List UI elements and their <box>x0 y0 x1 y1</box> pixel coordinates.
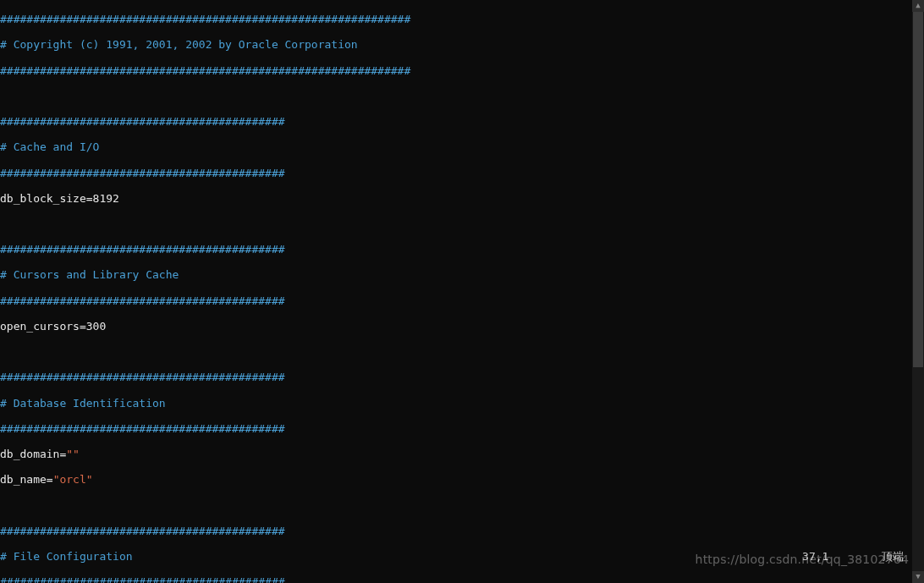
scroll-track[interactable] <box>912 12 924 571</box>
hash-line: ########################################… <box>0 64 410 77</box>
vertical-scrollbar[interactable]: ▲ ▼ <box>912 0 924 583</box>
section-title-cache: # Cache and I/O <box>0 140 99 153</box>
hash-line: ########################################… <box>0 525 285 537</box>
section-title-cursors: # Cursors and Library Cache <box>0 268 179 281</box>
scroll-up-button[interactable]: ▲ <box>912 0 924 12</box>
hash-line: ########################################… <box>0 115 285 128</box>
vim-status-position: 37,1 顶端 <box>802 550 904 563</box>
hash-line: ########################################… <box>0 243 285 256</box>
param-db-block-size: db_block_size <box>0 192 86 205</box>
scroll-down-button[interactable]: ▼ <box>912 571 924 583</box>
hash-line: ########################################… <box>0 422 285 435</box>
param-db-name: db_name <box>0 473 47 486</box>
hash-line: ########################################… <box>0 371 285 383</box>
hash-line: ########################################… <box>0 167 285 179</box>
hash-line: ########################################… <box>0 13 410 25</box>
copyright-line: # Copyright (c) 1991, 2001, 2002 by Orac… <box>0 38 358 51</box>
terminal-editor[interactable]: ########################################… <box>0 0 912 583</box>
param-open-cursors: open_cursors <box>0 320 80 333</box>
hash-line: ########################################… <box>0 294 285 307</box>
section-title-filecfg: # File Configuration <box>0 550 133 563</box>
scroll-thumb[interactable] <box>913 12 923 367</box>
param-db-domain: db_domain <box>0 448 59 460</box>
hash-line: ########################################… <box>0 575 285 583</box>
section-title-dbid: # Database Identification <box>0 397 166 410</box>
